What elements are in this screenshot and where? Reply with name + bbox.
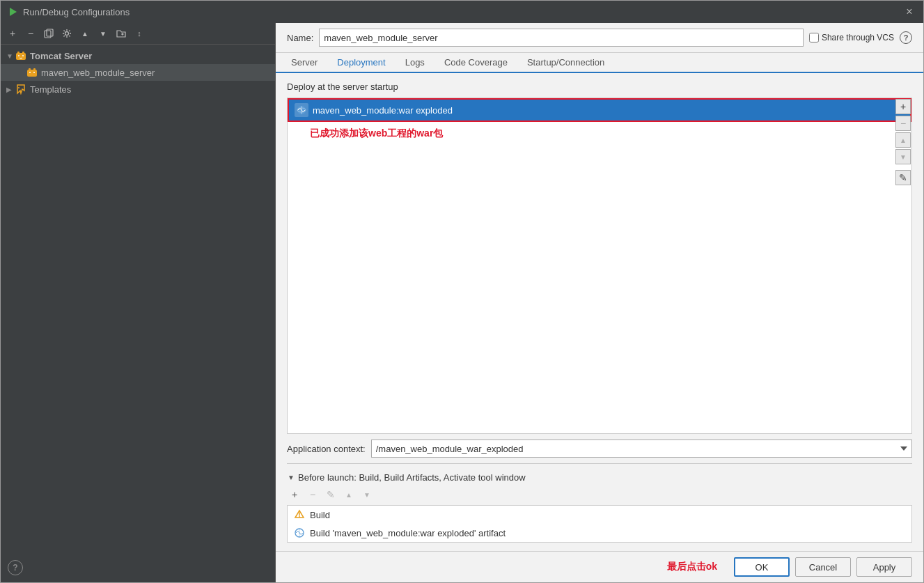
svg-rect-10: [29, 68, 31, 70]
title-bar-text: Run/Debug Configurations: [23, 7, 902, 17]
dialog-icon: [8, 6, 19, 17]
move-up-button[interactable]: ▲: [77, 26, 93, 41]
settings-config-button[interactable]: [59, 26, 75, 41]
help-icon-name-row[interactable]: ?: [900, 31, 912, 44]
svg-rect-9: [27, 70, 37, 77]
share-checkbox-area: Share through VCS: [809, 33, 894, 42]
svg-point-8: [22, 55, 24, 56]
list-side-buttons: + − ▲ ▼ ✎: [894, 98, 912, 187]
maven-server-icon: [26, 66, 38, 79]
svg-point-12: [29, 72, 31, 73]
remove-config-button[interactable]: −: [23, 26, 38, 41]
bl-add-button[interactable]: +: [287, 487, 302, 502]
bl-item-build[interactable]: Build: [288, 506, 911, 524]
before-launch-collapse-arrow[interactable]: ▼: [287, 474, 295, 482]
bl-edit-button[interactable]: ✎: [323, 487, 338, 502]
app-context-select[interactable]: /maven_web_module_war_exploded: [371, 440, 912, 458]
name-row: Name: Share through VCS ?: [276, 23, 923, 53]
svg-point-14: [18, 87, 19, 88]
before-launch-header: ▼ Before launch: Build, Build Artifacts,…: [287, 469, 912, 485]
share-vcs-label: Share through VCS: [822, 33, 894, 42]
list-remove-button[interactable]: −: [895, 116, 911, 131]
name-label: Name:: [287, 33, 313, 43]
add-config-button[interactable]: +: [5, 26, 20, 41]
tab-startup-connection[interactable]: Startup/Connection: [517, 53, 614, 73]
tree-item-templates[interactable]: ▶ Templates: [1, 81, 275, 98]
list-add-button[interactable]: +: [895, 99, 911, 114]
bl-remove-button[interactable]: −: [305, 487, 320, 502]
deploy-item-label: maven_web_module:war exploded: [313, 105, 453, 116]
share-vcs-checkbox[interactable]: [809, 33, 819, 42]
before-launch-section: ▼ Before launch: Build, Build Artifacts,…: [287, 463, 912, 543]
bl-item-artifact[interactable]: Build 'maven_web_module:war exploded' ar…: [288, 524, 911, 542]
tab-deployment[interactable]: Deployment: [327, 53, 395, 73]
list-down-button[interactable]: ▼: [895, 149, 911, 164]
bl-down-button[interactable]: ▼: [359, 487, 375, 502]
tree-item-maven-server[interactable]: maven_web_module_server: [1, 64, 275, 81]
list-edit-button[interactable]: ✎: [895, 170, 911, 185]
tab-logs[interactable]: Logs: [396, 53, 434, 73]
templates-expand-arrow[interactable]: ▶: [6, 86, 15, 93]
sort-button[interactable]: ↕: [132, 26, 147, 41]
templates-label: Templates: [30, 84, 71, 95]
bl-artifact-label: Build 'maven_web_module:war exploded' ar…: [310, 528, 506, 538]
list-up-button[interactable]: ▲: [895, 132, 911, 148]
app-context-row: Application context: /maven_web_module_w…: [287, 434, 912, 460]
before-launch-toolbar: + − ✎ ▲ ▼: [287, 485, 912, 504]
svg-rect-11: [33, 68, 36, 70]
svg-rect-6: [22, 52, 24, 54]
right-panel: Name: Share through VCS ? Server Deploym…: [276, 23, 923, 582]
svg-rect-5: [17, 52, 19, 54]
svg-point-13: [33, 72, 35, 73]
build-icon: [293, 508, 306, 521]
name-input[interactable]: [319, 29, 804, 47]
move-down-button[interactable]: ▼: [95, 26, 111, 41]
run-debug-configurations-dialog: Run/Debug Configurations × + −: [0, 0, 924, 583]
deploy-header: Deploy at the server startup: [287, 81, 912, 92]
before-launch-label: Before launch: Build, Build Artifacts, A…: [298, 472, 526, 483]
content-area: + − ▲ ▼: [1, 23, 923, 582]
deployment-annotation-area: 已成功添加该web工程的war包: [288, 122, 911, 146]
tomcat-icon: [15, 49, 27, 62]
move-to-folder-button[interactable]: [113, 26, 129, 41]
ok-button[interactable]: OK: [734, 557, 790, 577]
svg-point-7: [18, 55, 19, 56]
deployment-tab-content: Deploy at the server startup: [276, 73, 923, 551]
left-toolbar: + − ▲ ▼: [1, 23, 275, 45]
svg-marker-0: [10, 8, 17, 16]
tabs-bar: Server Deployment Logs Code Coverage Sta…: [276, 53, 923, 73]
deploy-inner: maven_web_module:war exploded 已成功添加该web工…: [287, 98, 912, 434]
close-button[interactable]: ×: [902, 5, 916, 19]
bl-build-label: Build: [310, 510, 330, 520]
bottom-bar: 最后点击ok OK Cancel Apply: [276, 551, 923, 582]
tree-expand-arrow[interactable]: ▼: [6, 52, 15, 60]
deploy-list-wrapper: maven_web_module:war exploded 已成功添加该web工…: [287, 98, 912, 434]
bl-up-button[interactable]: ▲: [341, 487, 357, 502]
cancel-button[interactable]: Cancel: [795, 557, 851, 577]
tomcat-server-label: Tomcat Server: [30, 51, 92, 61]
maven-server-label: maven_web_module_server: [41, 68, 155, 78]
tab-code-coverage[interactable]: Code Coverage: [434, 53, 517, 73]
bottom-help-button[interactable]: ?: [8, 560, 23, 575]
tree-area: ▼ Tomcat Server: [1, 45, 275, 582]
app-context-label: Application context:: [287, 444, 366, 454]
deployment-item[interactable]: maven_web_module:war exploded: [288, 98, 911, 122]
apply-button[interactable]: Apply: [856, 557, 912, 577]
tree-item-tomcat-server[interactable]: ▼ Tomcat Server: [1, 47, 275, 64]
deploy-item-icon: [295, 103, 308, 117]
title-bar: Run/Debug Configurations ×: [1, 1, 923, 23]
deployment-annotation: 已成功添加该web工程的war包: [299, 122, 454, 144]
svg-point-3: [65, 32, 69, 36]
templates-icon: [15, 83, 27, 95]
before-launch-list: Build Build 'maven_web_module:war explo: [287, 505, 912, 543]
left-panel: + − ▲ ▼: [1, 23, 276, 582]
copy-config-button[interactable]: [41, 26, 56, 41]
bottom-annotation: 最后点击ok: [667, 561, 717, 573]
artifact-icon: [293, 527, 306, 539]
tab-server[interactable]: Server: [281, 53, 327, 73]
